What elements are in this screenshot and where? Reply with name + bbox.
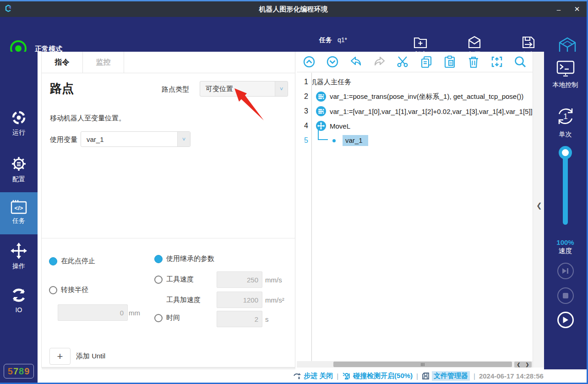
copy-button[interactable]	[419, 55, 433, 69]
scroll-left-icon: ❮	[517, 362, 520, 367]
paste-button[interactable]	[443, 55, 457, 69]
blend-radius-input[interactable]: 0	[58, 304, 128, 321]
collision-detection-status[interactable]: 碰撞检测开启(50%)	[342, 372, 413, 380]
tool-speed-unit: mm/s	[265, 276, 282, 284]
scrollbar-buttons[interactable]: ❮ ❯	[514, 362, 532, 368]
single-run-button[interactable]: 1 单次	[544, 106, 587, 139]
time-radio[interactable]	[154, 314, 163, 322]
status-separator: |	[474, 372, 475, 380]
status-bar: 步进 关闭 | 碰撞检测开启(50%) | 文件管理器 | 2024-06-17…	[38, 369, 587, 383]
time-input[interactable]: 2	[217, 311, 262, 327]
local-control-button[interactable]: 本地控制	[544, 60, 587, 89]
tool-speed-option: 工具速度	[154, 275, 194, 284]
sidebar-item-task[interactable]: </> 任务	[0, 192, 38, 234]
time-unit: s	[265, 315, 269, 323]
tool-accel-input[interactable]: 1200	[217, 292, 262, 308]
task-value: q1*	[338, 36, 347, 43]
waypoint-type-dropdown[interactable]: 可变位置 ˅	[200, 81, 288, 97]
use-variable-dropdown[interactable]: var_1 ˅	[81, 131, 191, 147]
sidebar-item-run[interactable]: 运行	[0, 106, 38, 141]
chevron-down-icon[interactable]: ˅	[177, 132, 190, 146]
minimize-button[interactable]: –	[551, 1, 566, 17]
play-icon	[562, 316, 569, 324]
verification-code: 5789	[4, 364, 34, 379]
tree-row-movel[interactable]: MoveL	[312, 119, 533, 133]
program-tree-panel: 1 2 3 4 5 机器人主任务 var_1:=pose_trans(pose_…	[297, 52, 533, 368]
speed-percent: 100%	[544, 238, 587, 246]
tool-accel-label: 工具加速度	[166, 296, 201, 304]
line-number: 2	[297, 89, 311, 104]
close-button[interactable]: ✕	[569, 1, 585, 17]
tree-row-assignment-2[interactable]: var_1:=[var_1[0],var_1[1],var_1[2]+0.02,…	[312, 104, 533, 119]
terminal-icon	[556, 60, 575, 77]
svg-text:1: 1	[563, 112, 567, 121]
chevron-down-icon[interactable]: ˅	[275, 81, 288, 96]
waypoint-icon	[329, 135, 339, 146]
scroll-right-icon: ❯	[525, 362, 529, 367]
panel-tabs: 指令 监控	[42, 52, 295, 73]
undo-button[interactable]	[349, 55, 363, 69]
blend-radius-unit: mm	[129, 309, 140, 317]
assignment-icon	[316, 106, 326, 116]
stop-button[interactable]	[557, 287, 574, 304]
blend-radius-option: 转接半径	[49, 286, 88, 294]
tree-row-assignment-1[interactable]: var_1:=pose_trans(pose_inv(坐标系_1), get_a…	[312, 89, 533, 104]
app-window: 机器人图形化编程环境 – ✕ 正常模式 任务q1* 配置default 新建 打…	[0, 0, 588, 384]
step-arrow-icon	[293, 373, 301, 380]
inherit-params-radio[interactable]	[154, 255, 163, 263]
use-variable-label: 使用变量	[50, 135, 77, 144]
titlebar: 机器人图形化编程环境 – ✕	[0, 1, 587, 17]
redo-button[interactable]	[373, 55, 387, 69]
replace-button[interactable]	[490, 55, 504, 69]
sidebar-item-io[interactable]: IO	[0, 283, 38, 319]
line-number-current: 5	[297, 133, 311, 148]
stop-at-point-option: 在此点停止	[49, 257, 95, 265]
add-until-button[interactable]: +	[49, 348, 71, 365]
tree-row-waypoint-selected[interactable]: var_1	[312, 133, 533, 148]
status-separator: |	[416, 372, 418, 380]
tool-accel-unit: mm/s²	[265, 296, 284, 304]
line-number: 1	[297, 75, 311, 89]
scrollbar-thumb[interactable]	[333, 362, 512, 367]
blend-radius-radio[interactable]	[49, 286, 57, 294]
tab-monitor[interactable]: 监控	[83, 52, 124, 73]
skip-next-icon	[562, 268, 569, 274]
collapse-left-icon[interactable]: ❮	[536, 201, 542, 210]
gear-icon	[10, 155, 27, 173]
section-divider	[42, 238, 295, 238]
tree-toolbar	[297, 52, 533, 72]
tree-row-main-task[interactable]: 机器人主任务	[312, 75, 533, 89]
speed-slider-knob[interactable]	[559, 146, 572, 159]
step-next-button[interactable]	[557, 263, 574, 279]
cut-button[interactable]	[396, 55, 410, 69]
status-timestamp: 2024-06-17 14:28:56	[479, 372, 544, 380]
step-mode-status[interactable]: 步进 关闭	[293, 372, 333, 380]
play-button[interactable]	[557, 312, 574, 328]
delete-button[interactable]	[467, 55, 480, 69]
line-number: 4	[297, 119, 311, 133]
window-title: 机器人图形化编程环境	[0, 5, 587, 14]
run-icon	[11, 109, 27, 126]
sidebar-item-config[interactable]: 配置	[0, 151, 38, 187]
speed-label: 速度	[544, 247, 587, 255]
file-manager-button[interactable]: 文件管理器	[422, 371, 470, 381]
move-up-button[interactable]	[302, 55, 316, 69]
svg-text:</>: </>	[15, 205, 23, 211]
tree-connector	[318, 128, 328, 140]
move-down-button[interactable]	[326, 55, 339, 69]
search-button[interactable]	[513, 55, 527, 69]
assignment-icon	[316, 92, 326, 102]
waypoint-description: 移动机器人至变量位置。	[50, 114, 125, 123]
disk-icon	[422, 372, 430, 380]
waypoint-title: 路点	[50, 81, 74, 97]
tree-horizontal-scrollbar: ❮ ❯	[297, 361, 533, 368]
tab-instruction[interactable]: 指令	[42, 52, 83, 73]
inherit-params-option: 使用继承的参数	[154, 254, 214, 263]
sidebar-item-operate[interactable]: 操作	[0, 238, 38, 274]
io-arrows-icon	[11, 287, 27, 303]
stop-at-point-radio[interactable]	[49, 257, 57, 265]
time-option: 时间	[154, 314, 180, 322]
speed-slider-track[interactable]	[563, 151, 568, 225]
tool-speed-input[interactable]: 250	[217, 271, 262, 288]
tool-speed-radio[interactable]	[154, 276, 163, 284]
